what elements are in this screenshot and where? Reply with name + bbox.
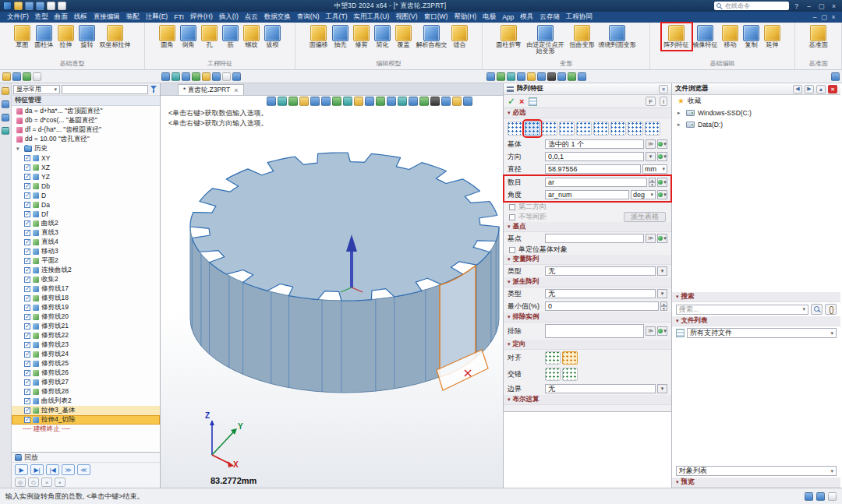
filter-funnel-icon[interactable] (150, 85, 158, 93)
menu-item[interactable]: 线框 (71, 12, 90, 22)
menu-item[interactable]: 模具 (517, 12, 536, 22)
type-dropdown-button[interactable]: ▾ (657, 266, 667, 276)
panel-close-icon[interactable]: × (828, 85, 837, 93)
minimize-button[interactable]: – (804, 2, 814, 10)
scope-globe-button[interactable]: ▾ (657, 326, 667, 336)
menu-item[interactable]: App (499, 13, 517, 21)
save-icon[interactable] (36, 2, 44, 10)
visibility-checkbox-icon[interactable] (24, 295, 30, 301)
visibility-checkbox-icon[interactable] (24, 361, 30, 367)
object-list-dropdown[interactable]: 对象列表 (676, 466, 837, 476)
menu-item[interactable]: 数据交换 (261, 12, 294, 22)
viewport-tool-icon[interactable] (288, 97, 298, 106)
history-item[interactable]: XZ (12, 163, 160, 172)
replay-tool-button[interactable]: × (41, 478, 52, 487)
display-tool-icon[interactable] (547, 72, 556, 81)
section-search[interactable]: 搜索 (672, 292, 840, 302)
history-item[interactable]: 平面2 (12, 256, 160, 266)
close-button[interactable]: × (829, 2, 839, 10)
visibility-checkbox-icon[interactable] (24, 379, 30, 386)
display-tool-icon[interactable] (517, 72, 525, 81)
history-item[interactable]: 修剪线24 (12, 350, 160, 359)
menu-item[interactable]: 视图(V) (392, 12, 420, 22)
history-item[interactable]: 修剪线26 (12, 368, 160, 378)
menu-item[interactable]: 焊件(H) (187, 12, 216, 22)
dialog-header[interactable]: 阵列特征 × (504, 83, 671, 95)
visibility-checkbox-icon[interactable] (24, 323, 30, 330)
pattern-type-icon[interactable] (610, 122, 626, 136)
doc-minimize-icon[interactable]: – (810, 13, 819, 21)
viewport-tool-icon[interactable] (299, 97, 309, 106)
ribbon-tool[interactable]: 由逆定位点开始变形 (524, 24, 568, 56)
base-field[interactable]: 选中的 1 个 (545, 139, 644, 149)
ribbon-tool[interactable]: 缠绕到面变形 (597, 24, 638, 49)
picker-button[interactable]: ≫ (646, 234, 656, 243)
section-file-list[interactable]: 文件列表 (672, 316, 840, 326)
visibility-checkbox-icon[interactable] (24, 183, 30, 189)
info-button[interactable]: i (660, 97, 667, 106)
replay-play-button[interactable]: ≫ (62, 464, 75, 475)
display-tool-icon[interactable] (497, 72, 505, 81)
display-tool-icon[interactable] (537, 72, 546, 81)
visibility-checkbox-icon[interactable] (24, 407, 30, 414)
replay-play-button[interactable]: ≪ (77, 464, 90, 475)
section-exclude[interactable]: 排除实例 (504, 312, 671, 322)
display-tool-icon[interactable] (578, 72, 586, 81)
menu-item[interactable]: 造型 (32, 12, 51, 22)
viewport-tool-icon[interactable] (387, 97, 396, 106)
single-base-row[interactable]: 单定位基体对象 (504, 245, 671, 255)
scope-globe-button[interactable]: ▾ (657, 190, 667, 199)
menu-item[interactable]: 曲面 (51, 12, 71, 22)
history-item[interactable]: 修剪线19 (12, 303, 160, 312)
history-folder[interactable]: ▾ 历史 (12, 144, 160, 153)
ribbon-tool[interactable]: 简化 (373, 24, 393, 49)
history-item[interactable]: 曲线列表2 (12, 397, 160, 406)
apply-grid-icon[interactable] (529, 97, 537, 106)
viewport-tool-icon[interactable] (343, 97, 352, 106)
pattern-type-icon[interactable] (593, 122, 609, 136)
display-tool-icon[interactable] (568, 72, 576, 81)
tab-close-icon[interactable]: × (234, 86, 238, 94)
search-input[interactable]: 搜索... (676, 305, 808, 315)
history-item[interactable]: 移动3 (12, 247, 160, 256)
ribbon-tool[interactable]: 抽壳 (331, 24, 351, 49)
filter-input[interactable] (62, 85, 148, 94)
pattern-type-icon[interactable] (559, 122, 575, 136)
modeling-terminator[interactable]: ---- 建模终止 ---- (12, 425, 160, 434)
file-type-dropdown[interactable]: 所有支持文件 (687, 328, 837, 338)
visibility-checkbox-icon[interactable] (24, 267, 30, 273)
filter-dropdown[interactable]: 显示常用 (13, 85, 60, 94)
menu-item[interactable]: FTI (171, 13, 187, 21)
ribbon-tool[interactable]: 镜像特征 (692, 24, 720, 49)
direction-dropdown-button[interactable]: ▾ (646, 152, 656, 161)
history-item[interactable]: Da (12, 200, 160, 210)
ribbon-tool[interactable]: 圆柱折弯 (495, 24, 523, 49)
menu-item[interactable]: 查询(N) (294, 12, 323, 22)
view-tool-icon[interactable] (212, 72, 221, 81)
diameter-field[interactable]: 58.97556 (545, 164, 641, 174)
view-tool-icon[interactable] (202, 72, 210, 81)
type-dropdown-button[interactable]: ▾ (657, 289, 667, 298)
history-item[interactable]: 连接曲线2 (12, 266, 160, 275)
scope-globe-button[interactable]: ▾ (657, 234, 667, 243)
ribbon-tool[interactable]: 双坐标拉伸 (98, 24, 133, 49)
derive-table-button[interactable]: 派生表格 (624, 212, 666, 222)
menu-item[interactable]: 电极 (479, 12, 499, 22)
angle-unit-dropdown[interactable]: deg (631, 190, 656, 199)
ribbon-tool[interactable]: 复制 (741, 24, 762, 49)
history-item[interactable]: 修剪线23 (12, 340, 160, 350)
manager-toggle-icon[interactable] (2, 72, 11, 81)
display-tool-icon[interactable] (486, 72, 495, 81)
single-base-checkbox[interactable] (509, 247, 515, 253)
viewport-tool-icon[interactable] (409, 97, 418, 106)
viewport-tool-icon[interactable] (267, 97, 276, 106)
viewport-tool-icon[interactable] (376, 97, 385, 106)
section-preview[interactable]: 预览 (672, 478, 840, 488)
menu-item[interactable]: 帮助(H) (451, 12, 479, 22)
expand-arrow-icon[interactable]: ▸ (677, 122, 683, 128)
ribbon-tool[interactable]: 拔模 (263, 24, 283, 49)
visibility-checkbox-icon[interactable] (24, 230, 30, 236)
history-item[interactable]: XY (12, 153, 160, 163)
gear-model[interactable] (161, 96, 503, 488)
pattern-type-icon[interactable] (508, 122, 523, 136)
